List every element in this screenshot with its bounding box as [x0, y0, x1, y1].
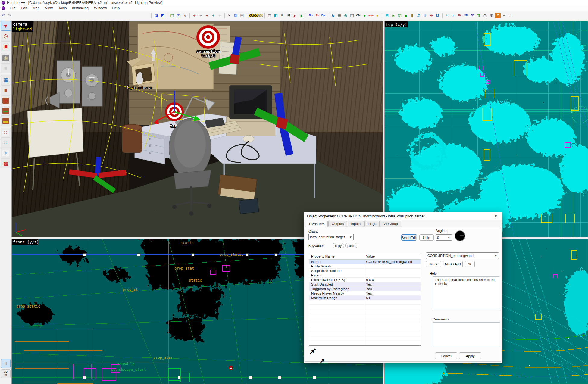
select-bounds-icon[interactable]: ◻ — [267, 13, 272, 18]
redo-icon[interactable]: ↷ — [7, 13, 12, 18]
view-2d-icon[interactable]: 2D — [463, 13, 469, 18]
apply-decals-tool[interactable]: ◎ — [1, 95, 11, 105]
vertex-tool[interactable]: ∷ — [1, 128, 11, 138]
class-combo[interactable]: infra_corruption_target ▼ — [308, 234, 354, 240]
undo-icon[interactable]: ↶ — [0, 13, 6, 18]
grid-toggle-button[interactable]: ⌗ — [1, 359, 11, 368]
clipping-tool[interactable]: ▬ — [1, 116, 11, 126]
property-grid[interactable]: Property Name Value NameCORRUPTION_morni… — [309, 253, 421, 346]
select-mode-icon[interactable]: ⊞ — [384, 13, 390, 18]
copy-icon[interactable]: ⧉ — [233, 13, 239, 18]
entity-gallery-icon[interactable]: ⌖ — [198, 13, 204, 18]
sprinkle-tool[interactable]: ✳ — [1, 148, 11, 158]
lighting-preview-icon[interactable]: ● — [362, 13, 367, 18]
property-name-cell[interactable]: Parent — [309, 273, 364, 277]
property-row-empty[interactable] — [309, 309, 421, 314]
property-value-cell[interactable]: 0 0 0 — [364, 277, 421, 282]
property-row-maximum-range[interactable]: Maximum Range64 — [309, 295, 421, 300]
apply-button[interactable]: Apply — [459, 352, 481, 359]
paste-icon[interactable]: ▤ — [239, 13, 245, 18]
hollow-icon[interactable]: ◩ — [160, 13, 165, 18]
paste-button[interactable]: paste — [345, 243, 357, 248]
camera-tool[interactable]: ▣ — [1, 41, 11, 51]
property-value-cell[interactable] — [364, 318, 421, 323]
property-name-cell[interactable] — [309, 323, 364, 327]
copy-button[interactable]: copy — [333, 243, 344, 248]
property-value-cell[interactable]: CORRUPTION_morningwood — [364, 259, 421, 264]
tab-inputs[interactable]: Inputs — [348, 221, 364, 227]
view-3d-icon[interactable]: 3D — [470, 13, 475, 18]
favorites-icon[interactable]: ✪ — [435, 13, 440, 18]
sphere-icon[interactable]: ● — [374, 13, 380, 18]
property-value-cell[interactable]: Yes — [364, 286, 421, 291]
property-row-triggered-by-photograph[interactable]: Triggered by PhotographYes — [309, 286, 421, 291]
angle-dial[interactable] — [454, 230, 466, 242]
expand-region-icon[interactable]: ⧈ — [390, 13, 396, 18]
property-row-empty[interactable] — [309, 332, 421, 336]
tab-class-info[interactable]: Class Info — [306, 221, 328, 227]
world-icon[interactable]: ⊕ — [343, 13, 349, 18]
overlay-view-icon[interactable]: ◫ — [349, 13, 355, 18]
property-row-empty[interactable] — [309, 341, 421, 345]
property-name-cell[interactable] — [309, 336, 364, 341]
menu-file[interactable]: File — [7, 6, 18, 10]
dialog-title-bar[interactable]: Object Properties: CORRUPTION_morningwoo… — [304, 212, 502, 220]
property-value-cell[interactable] — [364, 314, 421, 318]
property-name-cell[interactable] — [309, 309, 364, 314]
menu-map[interactable]: Map — [30, 6, 42, 10]
corruption-target-sprite[interactable] — [196, 25, 220, 49]
texture-lock-icon[interactable]: ◭ — [292, 13, 298, 18]
property-row-script-think-function[interactable]: Script think function — [309, 268, 421, 273]
apply-current-texture-tool[interactable]: ■ — [1, 85, 11, 95]
property-name-cell[interactable] — [309, 332, 364, 336]
property-name-cell[interactable] — [309, 304, 364, 309]
flake-icon[interactable]: ✱ — [489, 13, 494, 18]
property-row-empty[interactable] — [309, 314, 421, 318]
property-row-name[interactable]: NameCORRUPTION_morningwood — [309, 259, 421, 264]
viewport-3d-camera[interactable]: logic_autosave — [11, 21, 383, 237]
cordon-icon[interactable] — [249, 14, 253, 17]
snap-grid-icon[interactable]: ⌗ — [422, 13, 428, 18]
property-name-cell[interactable]: Pitch Yaw Roll (Y Z X) — [309, 277, 364, 282]
overlay-tool[interactable]: ▬ — [1, 106, 11, 116]
viewport-top-xy[interactable]: top (x/y) — [384, 21, 588, 237]
ungroup-icon[interactable]: ◰ — [176, 13, 181, 18]
cm-icon[interactable]: CM — [355, 13, 361, 18]
property-value-cell[interactable] — [364, 304, 421, 309]
func-detail-icon[interactable]: ■ — [403, 13, 409, 18]
help-button[interactable]: Help — [419, 234, 434, 241]
menu-help[interactable]: Help — [110, 6, 123, 10]
entity-filter-icon[interactable]: ⌖ — [211, 13, 216, 18]
ignore-groups-icon[interactable]: ig — [182, 13, 188, 18]
property-row-empty[interactable] — [309, 336, 421, 341]
crosshair-icon[interactable]: ✛ — [428, 13, 434, 18]
menu-window[interactable]: Window — [91, 6, 110, 10]
entity-tool[interactable]: ◉ — [1, 53, 11, 63]
frame-selection-icon[interactable]: [⇅] — [451, 13, 456, 18]
property-name-cell[interactable] — [309, 300, 364, 304]
carve-icon[interactable]: ◪ — [153, 13, 159, 18]
tab-visgroup[interactable]: VisGroup — [380, 221, 401, 227]
group-icon[interactable]: ▢ — [169, 13, 175, 18]
mark-add-button[interactable]: Mark+Add — [443, 261, 463, 267]
property-value-cell[interactable] — [364, 268, 421, 273]
block-tool[interactable]: ■ — [1, 63, 11, 73]
property-value-cell[interactable] — [364, 332, 421, 336]
property-row-needs-player-nearby[interactable]: Needs Player NearbyYes — [309, 291, 421, 295]
magnify-tool[interactable]: ◎ — [1, 31, 11, 41]
property-value-cell[interactable]: 64 — [364, 295, 421, 300]
property-name-cell[interactable]: Entity Scripts — [309, 264, 364, 268]
tab-outputs[interactable]: Outputs — [328, 221, 347, 227]
property-value-cell[interactable] — [364, 300, 421, 304]
menu-tools[interactable]: Tools — [55, 6, 69, 10]
morph-tool[interactable]: ∷ — [1, 138, 11, 148]
close-icon[interactable]: × — [493, 213, 499, 220]
property-row-pitch-yaw-roll-y-z-x-[interactable]: Pitch Yaw Roll (Y Z X)0 0 0 — [309, 277, 421, 282]
property-name-cell[interactable] — [309, 327, 364, 332]
property-row-start-disabled[interactable]: Start DisabledYes — [309, 282, 421, 286]
draw-icon[interactable]: draw — [368, 13, 374, 18]
angles-combo[interactable]: 0 ▼ — [436, 234, 452, 241]
property-name-cell[interactable]: Triggered by Photograph — [309, 286, 364, 291]
property-row-parent[interactable]: Parent — [309, 273, 421, 277]
property-row-empty[interactable] — [309, 327, 421, 332]
